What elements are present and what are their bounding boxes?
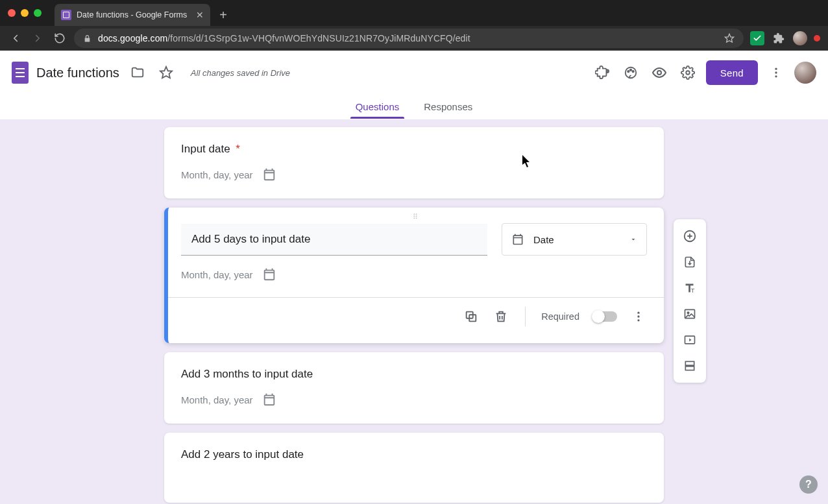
drag-handle-icon[interactable]: ⠿	[413, 213, 419, 221]
save-status: All changes saved in Drive	[191, 68, 290, 78]
question-title-text: Add 3 months to input date	[181, 368, 313, 380]
svg-point-4	[630, 69, 631, 71]
question-title: Add 2 years to input date	[181, 448, 647, 461]
question-card-active[interactable]: ⠿ Date Month, day, year	[164, 208, 664, 343]
help-button[interactable]: ?	[799, 475, 818, 494]
more-menu-button[interactable]	[766, 62, 786, 83]
svg-point-6	[657, 71, 661, 75]
divider	[168, 297, 664, 298]
browser-tabstrip: Date functions - Google Forms ✕ +	[0, 0, 828, 26]
svg-point-14	[637, 315, 639, 317]
form-canvas: Input date * Month, day, year ⠿	[0, 119, 828, 504]
svg-marker-21	[689, 339, 691, 342]
date-placeholder: Month, day, year	[181, 269, 253, 280]
star-document-button[interactable]	[156, 62, 177, 83]
customize-theme-button[interactable]	[620, 62, 641, 83]
bookmark-star-button[interactable]	[724, 33, 735, 43]
addons-button[interactable]	[592, 62, 613, 83]
question-card[interactable]: Add 2 years to input date	[164, 433, 664, 503]
question-toolbar: T	[674, 219, 706, 383]
calendar-icon	[262, 167, 276, 182]
date-placeholder: Month, day, year	[181, 169, 253, 180]
window-zoom-button[interactable]	[34, 9, 42, 17]
url-path: /forms/d/1GSrpG1w-VHQfvnWOEhYdNSUIz21NR7…	[167, 33, 470, 43]
svg-rect-23	[685, 366, 694, 370]
tab-responses[interactable]: Responses	[421, 101, 475, 119]
svg-marker-0	[725, 34, 733, 42]
browser-tab-title: Date functions - Google Forms	[77, 10, 187, 19]
required-star-icon: *	[236, 143, 240, 155]
svg-point-3	[627, 71, 629, 72]
date-answer-preview: Month, day, year	[181, 267, 647, 282]
calendar-icon	[262, 392, 276, 407]
import-questions-button[interactable]	[677, 249, 703, 275]
add-video-button[interactable]	[677, 327, 703, 353]
svg-point-8	[775, 68, 777, 70]
svg-point-19	[687, 312, 689, 314]
add-image-button[interactable]	[677, 301, 703, 327]
question-footer: Required	[181, 307, 647, 326]
add-question-button[interactable]	[677, 223, 703, 249]
window-minimize-button[interactable]	[21, 9, 29, 17]
chevron-down-icon	[629, 235, 637, 243]
browser-chrome: Date functions - Google Forms ✕ + docs.g…	[0, 0, 828, 51]
question-title-input[interactable]	[181, 224, 487, 256]
tab-questions[interactable]: Questions	[353, 101, 402, 119]
chrome-profile-avatar[interactable]	[793, 31, 807, 45]
question-title-text: Add 2 years to input date	[181, 448, 304, 461]
svg-point-15	[637, 319, 639, 321]
date-type-icon	[511, 233, 524, 246]
browser-tab-active[interactable]: Date functions - Google Forms ✕	[55, 4, 210, 26]
question-edit-row: Date	[181, 223, 647, 256]
svg-point-5	[632, 71, 633, 72]
duplicate-button[interactable]	[463, 308, 480, 325]
add-title-button[interactable]: T	[677, 275, 703, 301]
question-card[interactable]: Input date * Month, day, year	[164, 127, 664, 198]
new-tab-button[interactable]: +	[219, 4, 227, 26]
required-label: Required	[541, 311, 579, 322]
question-more-button[interactable]	[630, 308, 647, 325]
svg-point-9	[775, 71, 777, 73]
forms-logo-icon[interactable]	[12, 62, 29, 84]
browser-toolbar: docs.google.com/forms/d/1GSrpG1w-VHQfvnW…	[0, 26, 828, 51]
question-title: Input date *	[181, 143, 647, 156]
extensions-button[interactable]	[771, 30, 786, 46]
notification-dot-icon	[814, 35, 820, 42]
delete-button[interactable]	[493, 308, 509, 325]
account-avatar[interactable]	[794, 62, 816, 84]
extension-green-icon[interactable]	[750, 31, 764, 45]
window-close-button[interactable]	[8, 9, 16, 17]
window-controls	[4, 0, 48, 26]
svg-marker-1	[160, 67, 172, 78]
date-answer-preview: Month, day, year	[181, 167, 647, 182]
document-title[interactable]: Date functions	[36, 66, 119, 80]
svg-point-10	[775, 75, 777, 77]
tab-close-button[interactable]: ✕	[187, 10, 204, 20]
address-bar[interactable]: docs.google.com/forms/d/1GSrpG1w-VHQfvnW…	[74, 29, 744, 48]
required-toggle[interactable]	[592, 311, 617, 322]
question-title: Add 3 months to input date	[181, 368, 647, 381]
question-title-text: Input date	[181, 143, 230, 155]
add-section-button[interactable]	[677, 353, 703, 379]
move-to-folder-button[interactable]	[127, 62, 148, 83]
send-button[interactable]: Send	[706, 60, 758, 85]
separator	[525, 307, 526, 326]
settings-button[interactable]	[677, 62, 698, 83]
forms-header: Date functions All changes saved in Driv…	[0, 51, 828, 95]
lock-icon	[83, 34, 91, 43]
question-type-label: Date	[533, 234, 554, 245]
back-button[interactable]	[8, 30, 23, 46]
svg-point-13	[637, 312, 639, 314]
form-tabs: Questions Responses	[0, 95, 828, 119]
preview-button[interactable]	[649, 62, 670, 83]
question-type-selector[interactable]: Date	[502, 223, 647, 256]
svg-text:T: T	[691, 287, 695, 294]
svg-point-7	[686, 71, 690, 75]
url-host: docs.google.com	[98, 33, 167, 43]
forms-favicon-icon	[61, 10, 71, 20]
forward-button[interactable]	[30, 30, 45, 46]
form-column: Input date * Month, day, year ⠿	[164, 119, 664, 503]
svg-rect-22	[685, 361, 694, 365]
reload-button[interactable]	[52, 30, 67, 46]
question-card[interactable]: Add 3 months to input date Month, day, y…	[164, 352, 664, 424]
